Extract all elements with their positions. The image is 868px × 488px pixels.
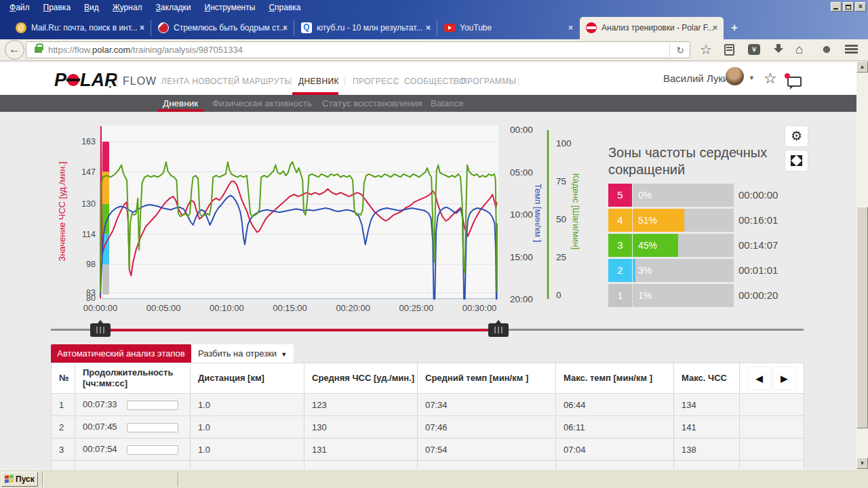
nav-separator bbox=[518, 77, 519, 85]
menu-Вид[interactable]: Вид bbox=[77, 3, 106, 12]
auto-lap-analysis-button[interactable]: Автоматический анализ этапов bbox=[51, 344, 191, 363]
flow-label: FLOW bbox=[123, 75, 157, 87]
close-button[interactable]: × bbox=[855, 2, 866, 12]
gear-icon[interactable]: ⚙ bbox=[785, 126, 808, 146]
svg-text:100: 100 bbox=[556, 138, 572, 148]
slider-handle-left[interactable] bbox=[90, 323, 111, 337]
lap-empty-cell bbox=[52, 461, 75, 470]
chevron-down-icon[interactable]: ▼ bbox=[749, 75, 755, 81]
lap-row-partial bbox=[52, 461, 804, 470]
svg-text:00:05:00: 00:05:00 bbox=[146, 303, 181, 313]
lap-avg-pace: 07:46 bbox=[418, 416, 556, 439]
slider-track-selected[interactable] bbox=[100, 329, 498, 331]
hamburger-menu-icon[interactable] bbox=[845, 45, 858, 54]
new-tab-button[interactable]: + bbox=[727, 20, 742, 35]
reload-icon[interactable]: ↻ bbox=[669, 44, 684, 57]
tab-close-icon[interactable]: × bbox=[713, 23, 717, 33]
tab-youtube[interactable]: YouTube × bbox=[438, 17, 579, 39]
start-button[interactable]: Пуск bbox=[1, 472, 38, 487]
tab-separator bbox=[437, 20, 437, 36]
lap-row[interactable]: 100:07:331.012307:3406:44134 bbox=[52, 394, 804, 416]
hr-zone-row: 50%00:00:00 bbox=[608, 184, 805, 207]
slider-handle-right[interactable] bbox=[488, 323, 509, 337]
bookmark-star-icon[interactable]: ☆ bbox=[700, 41, 712, 58]
menu-Правка[interactable]: Правка bbox=[37, 3, 78, 12]
minimize-button[interactable] bbox=[831, 2, 842, 12]
favorite-star-icon[interactable]: ☆ bbox=[764, 70, 777, 87]
tab-close-icon[interactable]: × bbox=[283, 23, 288, 33]
menu-Инструменты[interactable]: Инструменты bbox=[198, 3, 262, 12]
back-button[interactable]: ← bbox=[5, 40, 24, 60]
subnav-bar: Дневник Физическая активность Статус вос… bbox=[0, 95, 856, 112]
search-favicon: Q bbox=[301, 22, 312, 33]
nav-separator bbox=[344, 77, 345, 85]
home-icon[interactable]: ⌂ bbox=[795, 42, 803, 57]
tab-video[interactable]: Стремлюсь быть бодрым ст... × bbox=[152, 17, 294, 39]
scroll-down-icon[interactable]: ▼ bbox=[856, 458, 868, 469]
lap-empty-cell bbox=[191, 461, 304, 470]
lap-empty-cell bbox=[740, 394, 804, 416]
svg-text:00:15:00: 00:15:00 bbox=[273, 303, 307, 313]
laps-prev-button[interactable]: ◀ bbox=[748, 367, 770, 390]
avatar[interactable] bbox=[726, 67, 744, 85]
lap-max-hr: 138 bbox=[674, 439, 740, 461]
svg-text:50: 50 bbox=[556, 214, 566, 224]
subnav-active-underline bbox=[157, 109, 203, 112]
bookmarks-list-icon[interactable] bbox=[724, 44, 734, 56]
zone-percent: 51% bbox=[638, 209, 657, 232]
pocket-icon[interactable]: ∨ bbox=[748, 44, 760, 55]
menu-Файл[interactable]: Файл bbox=[3, 3, 37, 12]
polar-favicon bbox=[586, 22, 597, 33]
lap-row[interactable]: 200:07:451.013007:4606:11141 bbox=[52, 416, 804, 439]
notification-dot bbox=[785, 73, 790, 79]
downloads-icon[interactable] bbox=[773, 43, 784, 54]
svg-text:00:30:00: 00:30:00 bbox=[462, 303, 497, 313]
slider-track-right[interactable] bbox=[498, 329, 804, 331]
lap-num: 3 bbox=[52, 439, 75, 461]
split-laps-button[interactable]: Разбить на отрезки▼ bbox=[191, 344, 294, 363]
menu-Справка[interactable]: Справка bbox=[262, 3, 307, 12]
subnav-balance[interactable]: Balance bbox=[431, 98, 464, 108]
subnav-recovery[interactable]: Статус восстановления bbox=[322, 98, 422, 108]
lap-empty-cell bbox=[304, 461, 418, 470]
tab-polar-active[interactable]: Анализ тренировки - Polar F... × bbox=[580, 17, 724, 39]
nav-programs[interactable]: ПРОГРАММЫ bbox=[461, 77, 517, 86]
address-bar[interactable]: https://flow.polar.com/training/analysis… bbox=[26, 41, 690, 58]
hr-zone-row: 11%00:00:20 bbox=[608, 284, 805, 307]
tab-close-icon[interactable]: × bbox=[426, 23, 431, 33]
feedback-smiley-icon[interactable]: ☻ bbox=[821, 43, 833, 56]
tab-search[interactable]: Q ютуб.ru - 10 млн результат... × bbox=[295, 17, 437, 39]
scrollbar-thumb[interactable] bbox=[856, 207, 868, 428]
youtube-favicon bbox=[444, 24, 455, 32]
restore-button[interactable] bbox=[843, 2, 854, 12]
nav-diary[interactable]: ДНЕВНИК bbox=[298, 77, 339, 86]
hr-zones-list: 50%00:00:00451%00:16:01345%00:14:0723%00… bbox=[608, 184, 805, 309]
zone-number: 5 bbox=[608, 184, 632, 207]
browser-scrollbar[interactable]: ▲ ▼ bbox=[856, 61, 868, 469]
chat-icon[interactable] bbox=[787, 77, 802, 87]
lap-row[interactable]: 300:07:541.013107:5407:04138 bbox=[52, 439, 804, 461]
nav-news-feed[interactable]: ЛЕНТА НОВОСТЕЙ bbox=[161, 77, 240, 86]
subnav-diary[interactable]: Дневник bbox=[163, 98, 198, 108]
tab-close-icon[interactable]: × bbox=[568, 23, 573, 33]
start-label: Пуск bbox=[16, 474, 35, 484]
tab-close-icon[interactable]: × bbox=[140, 23, 144, 33]
zone-percent: 45% bbox=[638, 234, 657, 257]
menu-Закладки[interactable]: Закладки bbox=[149, 3, 198, 12]
user-name[interactable]: Василий Лукин bbox=[663, 73, 734, 84]
nav-routes[interactable]: МАРШРУТЫ bbox=[242, 77, 292, 86]
svg-text:75: 75 bbox=[556, 176, 566, 186]
lap-empty-cell bbox=[418, 461, 556, 470]
hr-zone-row: 23%00:01:01 bbox=[608, 259, 805, 282]
tab-title: Стремлюсь быть бодрым ст... bbox=[174, 23, 285, 33]
laps-next-button[interactable]: ▶ bbox=[773, 367, 795, 390]
subnav-activity[interactable]: Физическая активность bbox=[212, 98, 312, 108]
expand-icon[interactable] bbox=[785, 150, 808, 171]
lap-avg-pace: 07:34 bbox=[418, 394, 556, 416]
scroll-up-icon[interactable]: ▲ bbox=[856, 61, 868, 73]
tab-mailru[interactable]: @ Mail.Ru: почта, поиск в инт... × bbox=[9, 17, 151, 39]
nav-progress[interactable]: ПРОГРЕСС bbox=[353, 77, 399, 86]
nav-community[interactable]: СООБЩЕСТВО bbox=[404, 77, 466, 86]
menu-Журнал[interactable]: Журнал bbox=[106, 3, 149, 12]
nav-separator bbox=[453, 77, 454, 85]
